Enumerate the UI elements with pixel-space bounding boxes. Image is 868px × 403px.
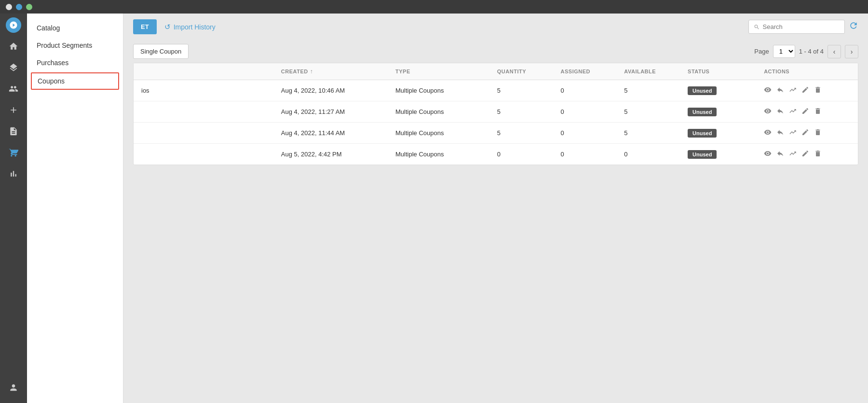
refresh-button[interactable] (849, 21, 858, 33)
toolbar: ET ↺ Import History (123, 14, 868, 40)
table-body: ios Aug 4, 2022, 10:46 AM Multiple Coupo… (134, 80, 858, 165)
th-available: AVAILABLE (616, 63, 680, 80)
cell-quantity-2: 5 (489, 123, 553, 144)
cell-actions-3 (756, 144, 858, 165)
pagination: Page 1 1 - 4 of 4 ‹ › (754, 45, 858, 58)
sidebar-icon-layers[interactable] (4, 58, 23, 77)
th-created[interactable]: CREATED ↑ (273, 63, 388, 80)
cell-available-2: 5 (616, 123, 680, 144)
analytics-icon-2[interactable] (789, 128, 797, 138)
cell-created-2: Aug 4, 2022, 11:44 AM (273, 123, 388, 144)
edit-icon-3[interactable] (801, 150, 809, 159)
th-actions: ACTIONS (756, 63, 858, 80)
status-badge-3: Unused (688, 150, 717, 159)
cell-assigned-0: 0 (553, 80, 617, 101)
analytics-icon-1[interactable] (789, 107, 797, 116)
prev-page-button[interactable]: ‹ (827, 45, 841, 58)
export-icon-2[interactable] (776, 128, 784, 138)
cell-type-3: Multiple Coupons (388, 144, 489, 165)
sidebar-item-catalog[interactable]: Catalog (27, 19, 123, 37)
delete-icon-2[interactable] (814, 128, 822, 138)
table-row: Aug 4, 2022, 11:27 AM Multiple Coupons 5… (134, 101, 858, 123)
cell-status-2: Unused (680, 123, 756, 144)
export-icon-3[interactable] (776, 150, 784, 159)
table-row: Aug 4, 2022, 11:44 AM Multiple Coupons 5… (134, 123, 858, 144)
cell-available-3: 0 (616, 144, 680, 165)
sidebar-icon-integration[interactable] (4, 100, 23, 120)
page-select[interactable]: 1 (773, 45, 795, 58)
sidebar-icon-chart[interactable] (4, 164, 23, 183)
import-history-link[interactable]: ↺ Import History (164, 23, 216, 31)
nav-sidebar: Catalog Product Segments Purchases Coupo… (27, 14, 123, 403)
search-area (748, 20, 858, 34)
th-name (134, 63, 273, 80)
sub-toolbar: Single Coupon Page 1 1 - 4 of 4 ‹ › (123, 40, 868, 63)
page-range: 1 - 4 of 4 (799, 48, 824, 55)
cell-actions-1 (756, 101, 858, 123)
coupon-table: CREATED ↑ TYPE QUANTITY ASSIGNED AVAILAB… (134, 63, 858, 165)
view-icon-2[interactable] (764, 128, 772, 138)
main-content: ET ↺ Import History (123, 14, 868, 403)
cell-quantity-3: 0 (489, 144, 553, 165)
analytics-icon-0[interactable] (789, 86, 797, 95)
title-bar (0, 0, 868, 14)
search-box (748, 20, 845, 34)
sidebar-item-purchases[interactable]: Purchases (27, 54, 123, 71)
sidebar-item-coupons[interactable]: Coupons (31, 72, 119, 90)
sidebar-icon-document[interactable] (4, 122, 23, 141)
user-profile-icon[interactable] (4, 378, 23, 397)
status-badge-0: Unused (688, 86, 717, 95)
cell-available-0: 5 (616, 80, 680, 101)
th-quantity: QUANTITY (489, 63, 553, 80)
cell-status-0: Unused (680, 80, 756, 101)
view-icon-3[interactable] (764, 150, 772, 159)
cell-type-1: Multiple Coupons (388, 101, 489, 123)
app-body: Catalog Product Segments Purchases Coupo… (0, 14, 868, 403)
cell-status-1: Unused (680, 101, 756, 123)
cell-name-2 (134, 123, 273, 144)
app-logo[interactable] (6, 17, 21, 33)
cell-available-1: 5 (616, 101, 680, 123)
cell-name-0: ios (134, 80, 273, 101)
cell-name-1 (134, 101, 273, 123)
th-assigned: ASSIGNED (553, 63, 617, 80)
single-coupon-button[interactable]: Single Coupon (133, 44, 189, 59)
sidebar-item-product-segments[interactable]: Product Segments (27, 37, 123, 54)
export-icon-1[interactable] (776, 107, 784, 116)
cell-created-3: Aug 5, 2022, 4:42 PM (273, 144, 388, 165)
sidebar-icon-cart[interactable] (4, 143, 23, 162)
view-icon-0[interactable] (764, 86, 772, 95)
table-row: Aug 5, 2022, 4:42 PM Multiple Coupons 0 … (134, 144, 858, 165)
cell-name-3 (134, 144, 273, 165)
minimize-dot[interactable] (16, 4, 22, 10)
table-row: ios Aug 4, 2022, 10:46 AM Multiple Coupo… (134, 80, 858, 101)
th-type: TYPE (388, 63, 489, 80)
sidebar-icon-users[interactable] (4, 79, 23, 98)
cell-quantity-0: 5 (489, 80, 553, 101)
view-icon-1[interactable] (764, 107, 772, 116)
close-dot[interactable] (6, 4, 12, 10)
coupon-table-container: CREATED ↑ TYPE QUANTITY ASSIGNED AVAILAB… (133, 63, 858, 165)
cell-created-0: Aug 4, 2022, 10:46 AM (273, 80, 388, 101)
delete-icon-3[interactable] (814, 150, 822, 159)
delete-icon-1[interactable] (814, 107, 822, 116)
cell-created-1: Aug 4, 2022, 11:27 AM (273, 101, 388, 123)
cell-assigned-3: 0 (553, 144, 617, 165)
search-input[interactable] (763, 23, 840, 30)
next-page-button[interactable]: › (845, 45, 858, 58)
analytics-icon-3[interactable] (789, 150, 797, 159)
page-label: Page (754, 48, 769, 55)
cell-actions-2 (756, 123, 858, 144)
delete-icon-0[interactable] (814, 86, 822, 95)
cell-assigned-2: 0 (553, 123, 617, 144)
maximize-dot[interactable] (26, 4, 32, 10)
cell-actions-0 (756, 80, 858, 101)
sidebar-icon-home[interactable] (4, 37, 23, 56)
export-icon-0[interactable] (776, 86, 784, 95)
edit-icon-2[interactable] (801, 128, 809, 138)
edit-icon-0[interactable] (801, 86, 809, 95)
status-badge-2: Unused (688, 129, 717, 138)
import-button[interactable]: ET (133, 19, 157, 34)
cell-status-3: Unused (680, 144, 756, 165)
edit-icon-1[interactable] (801, 107, 809, 116)
